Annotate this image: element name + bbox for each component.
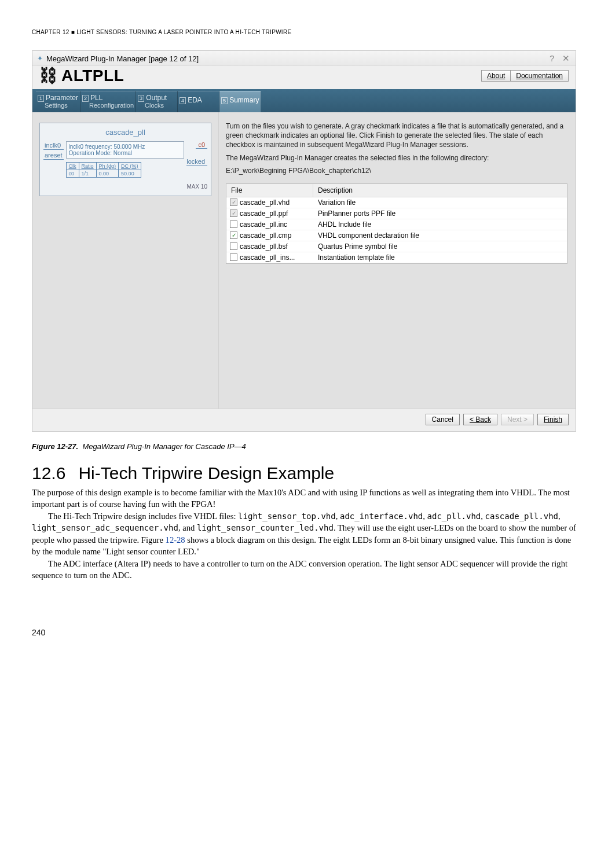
cancel-button[interactable]: Cancel [426,414,460,425]
diagram-frequency: inclk0 frequency: 50.000 MHz [69,144,182,150]
diagram-title: cascade_pll [43,128,207,137]
file-description: AHDL Include file [313,219,567,230]
about-button[interactable]: About [481,70,510,82]
file-checkbox: ✓ [230,198,237,206]
column-header-description: Description [313,184,567,197]
file-row: ✓cascade_pll.vhdVariation file [226,197,567,208]
file-name: cascade_pll.bsf [240,242,288,251]
product-header: ⛓ ALTPLL About Documentation [32,66,576,89]
figure-ref-link[interactable]: 12-28 [166,535,185,545]
tab-summary[interactable]: 5Summary [219,91,261,112]
block-diagram: cascade_pll inclk0 areset inclk0 frequen… [39,123,211,196]
file-name: cascade_pll.cmp [240,231,291,240]
signal-inclk0: inclk0 [43,141,64,150]
signal-areset: areset [43,151,64,160]
tab-pll-reconfig[interactable]: 2PLL Reconfiguration [80,91,136,112]
file-description: VHDL component declaration file [313,230,567,241]
intro-text-1: Turn on the files you wish to generate. … [226,122,567,150]
running-header: CHAPTER 12 ■ LIGHT SENSORS: TURNING A LA… [32,29,576,35]
body-paragraph-3: The ADC interface (Altera IP) needs to h… [32,558,576,582]
file-description: Quartus Prime symbol file [313,241,567,252]
tab-eda[interactable]: 4EDA [178,91,219,112]
body-text: The purpose of this design example is to… [32,487,576,582]
file-row: cascade_pll_ins...Instantiation template… [226,252,567,263]
file-name: cascade_pll.inc [240,220,287,229]
file-description: Instantiation template file [313,252,567,263]
window-titlebar: ✦ MegaWizard Plug-In Manager [page 12 of… [32,51,576,66]
help-icon[interactable]: ? [550,53,554,63]
file-description: Variation file [313,197,567,208]
altpll-icon: ⛓ [39,66,57,86]
summary-panel: Turn on the files you wish to generate. … [219,112,576,409]
preview-panel: cascade_pll inclk0 areset inclk0 frequen… [32,112,219,409]
output-directory-path: E:\P_work\Begining FPGA\Book_chapter\ch1… [226,166,567,175]
column-header-file: File [226,184,313,197]
file-checkbox[interactable]: ✓ [230,231,237,239]
figure-caption: Figure 12-27. MegaWizard Plug-In Manager… [32,442,576,451]
diagram-mode: Operation Mode: Normal [69,150,182,156]
file-name: cascade_pll.ppf [240,209,288,218]
body-paragraph-1: The purpose of this design example is to… [32,487,576,510]
tab-output-clocks[interactable]: 3Output Clocks [136,91,178,112]
page-number: 240 [32,628,576,637]
body-paragraph-2: The Hi-Tech Tripwire design includes fiv… [32,510,576,558]
file-row: ✓cascade_pll.ppfPinPlanner ports PPF fil… [226,208,567,219]
wizard-footer: Cancel < Back Next > Finish [32,409,576,431]
product-name: ALTPLL [61,67,124,85]
diagram-table: ClkRatioPh (dg)DC (%) c01/10.0050.00 [66,162,141,178]
file-row: cascade_pll.incAHDL Include file [226,219,567,230]
close-icon[interactable]: ✕ [562,53,570,63]
signal-locked: locked [186,158,207,165]
file-name: cascade_pll_ins... [240,253,295,262]
file-checkbox[interactable] [230,242,237,250]
tab-parameter-settings[interactable]: 1Parameter Settings [36,91,80,112]
finish-button[interactable]: Finish [537,414,569,425]
window-title: MegaWizard Plug-In Manager [page 12 of 1… [46,54,199,63]
file-row: cascade_pll.bsfQuartus Prime symbol file [226,241,567,252]
device-family-label: MAX 10 [43,183,207,190]
section-heading: 12.6Hi-Tech Tripwire Design Example [32,464,576,483]
file-description: PinPlanner ports PPF file [313,208,567,219]
wizard-icon: ✦ [37,54,43,62]
file-row: ✓cascade_pll.cmpVHDL component declarati… [226,230,567,241]
tab-strip: 1Parameter Settings 2PLL Reconfiguration… [32,89,576,112]
next-button: Next > [501,414,534,425]
file-name: cascade_pll.vhd [240,198,290,207]
file-list-table: File Description ✓cascade_pll.vhdVariati… [226,183,567,264]
file-checkbox: ✓ [230,209,237,217]
intro-text-2: The MegaWizard Plug-In Manager creates t… [226,153,567,163]
signal-c0: c0 [196,141,207,149]
back-button[interactable]: < Back [463,414,497,425]
documentation-button[interactable]: Documentation [510,70,569,82]
file-checkbox[interactable] [230,220,237,228]
file-checkbox[interactable] [230,253,237,261]
megawizard-window: ✦ MegaWizard Plug-In Manager [page 12 of… [32,50,576,432]
